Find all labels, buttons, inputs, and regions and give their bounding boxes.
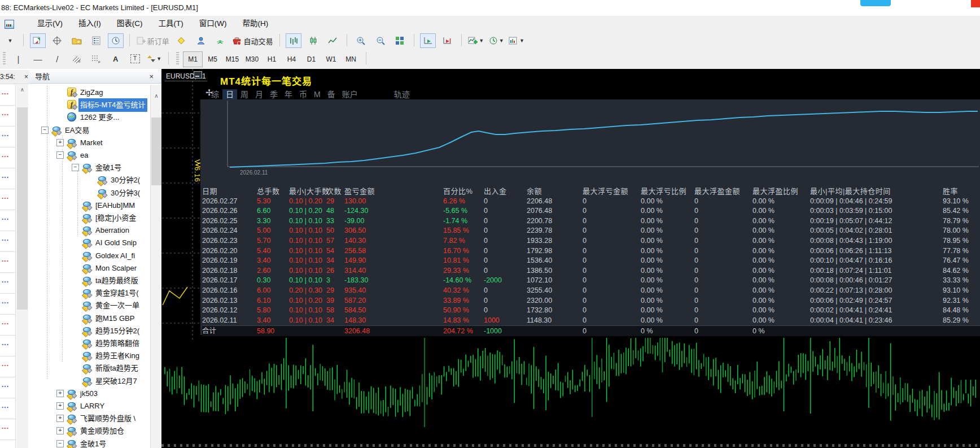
table-row[interactable]: 2026.02.193.400.10 | 0.1034149.9010.81 %… <box>202 256 980 266</box>
stats-tab-轨迹[interactable]: 轨迹 <box>391 89 413 100</box>
sidebar-item-9[interactable]: [EAHub]MM <box>29 199 150 211</box>
horizontal-line-tool[interactable]: — <box>30 51 46 66</box>
table-row[interactable]: 2026.02.170.300.10 | 0.103-183.30-14.60 … <box>202 276 980 286</box>
sidebar-item-21[interactable]: 趋势王者King <box>29 349 150 362</box>
table-row[interactable]: 2026.02.253.300.10 | 0.1033-39.00-1.74 %… <box>202 216 980 227</box>
sidebar-item-24[interactable]: +jk503 <box>29 387 150 399</box>
table-row[interactable]: 2026.02.275.300.10 | 0.2029130.006.26 %0… <box>202 197 980 207</box>
quotes-list-icon[interactable] <box>88 33 104 48</box>
sidebar-item-8[interactable]: 30分钟3( <box>29 186 150 199</box>
fibonacci-tool[interactable]: F <box>88 51 104 66</box>
indicator-diamond-icon[interactable] <box>173 33 189 48</box>
table-row[interactable]: 2026.02.166.000.20 | 0.3029935.4040.32 %… <box>202 286 980 296</box>
timeframe-D1[interactable]: D1 <box>301 51 321 67</box>
timeframe-H4[interactable]: H4 <box>282 51 301 67</box>
docked-panel-close-icon[interactable]: × <box>24 70 28 84</box>
tile-windows-icon[interactable] <box>392 33 408 48</box>
sidebar-item-10[interactable]: [稳定]小资金 <box>29 211 150 224</box>
navigator-titlebar[interactable]: 导航 × <box>29 70 161 84</box>
strategy-tester-clock-icon[interactable] <box>108 33 124 48</box>
list-item[interactable]: ... <box>2 172 15 193</box>
list-item[interactable]: ... <box>2 339 15 360</box>
expand-expander-icon[interactable]: + <box>56 402 64 410</box>
stats-tab-币[interactable]: 币 <box>296 89 310 100</box>
stats-tab-季[interactable]: 季 <box>266 89 281 100</box>
sidebar-item-5[interactable]: −ea <box>29 149 150 161</box>
crosshair-icon[interactable] <box>49 33 65 48</box>
bar-chart-mode-icon[interactable] <box>286 33 301 48</box>
sidebar-item-25[interactable]: +LARRY <box>29 399 150 412</box>
stats-tab-日[interactable]: 日 <box>222 89 237 100</box>
channel-tool[interactable]: F <box>69 51 85 66</box>
signal-icon[interactable] <box>212 33 228 48</box>
menu-item-显[interactable]: 显示(V) <box>29 16 71 32</box>
timeframe-M30[interactable]: M30 <box>242 51 262 67</box>
sidebar-item-19[interactable]: 趋势15分钟2( <box>29 324 150 337</box>
navigator-scrollbar[interactable]: ∧ <box>150 85 162 448</box>
timeframe-M15[interactable]: M15 <box>222 51 242 67</box>
autotrading-button[interactable]: 自动交易 <box>231 33 273 48</box>
chart-window-icon[interactable] <box>30 33 46 48</box>
timeframe-H1[interactable]: H1 <box>262 51 282 67</box>
toolbar-grip[interactable] <box>176 52 179 64</box>
text-label-tool[interactable]: T <box>127 51 143 66</box>
stats-tab-综[interactable]: 综 <box>208 89 222 100</box>
sidebar-item-20[interactable]: 趋势策略翻倍 <box>29 337 150 349</box>
table-row[interactable]: 2026.02.125.800.10 | 0.1058584.5050.90 %… <box>202 306 980 316</box>
list-item[interactable]: ... <box>2 402 15 423</box>
table-row[interactable]: 2026.02.266.600.10 | 0.2048-124.30-5.65 … <box>202 206 980 216</box>
line-chart-mode-icon[interactable] <box>325 33 340 48</box>
collapse-expander-icon[interactable]: − <box>72 164 79 171</box>
chart-window[interactable]: EURUSD,M1 ✢ ? 禁 V 6.16 MT4统计每一笔交易 综日周月季年… <box>161 69 980 448</box>
zoom-in-icon[interactable] <box>353 33 369 48</box>
toolbar-grip[interactable] <box>3 52 6 64</box>
periods-button[interactable]: ▼ <box>488 33 505 48</box>
menu-item-图[interactable]: 图表(C) <box>109 16 151 32</box>
docked-panel-scrollbar[interactable]: ∧ <box>16 85 28 448</box>
list-item[interactable]: ... <box>2 318 15 339</box>
sidebar-item-26[interactable]: +飞翼顺势外盘版 \ <box>29 412 150 424</box>
expand-expander-icon[interactable]: + <box>56 139 64 146</box>
menu-item-插[interactable]: 插入(I) <box>71 16 109 32</box>
close-button[interactable] <box>971 0 980 7</box>
sidebar-item-7[interactable]: 30分钟2( <box>29 173 150 186</box>
list-item[interactable]: ... <box>2 193 15 214</box>
stats-tab-M[interactable]: M <box>310 89 324 100</box>
menu-item-帮[interactable]: 帮助(H) <box>234 16 276 32</box>
list-item[interactable]: ... <box>2 214 15 234</box>
list-item[interactable]: ... <box>2 297 15 318</box>
navigator-close-icon[interactable]: × <box>149 70 154 84</box>
expand-expander-icon[interactable]: + <box>56 415 64 422</box>
sidebar-item-12[interactable]: AI Gold Snip <box>29 236 150 249</box>
candlestick-mode-icon[interactable] <box>305 33 321 48</box>
stats-tab-年[interactable]: 年 <box>281 89 296 100</box>
trendline-tool[interactable]: / <box>49 51 65 66</box>
scroll-up-icon[interactable]: ∧ <box>151 93 162 102</box>
text-tool[interactable]: A <box>108 51 124 66</box>
chart-shift-icon[interactable] <box>439 33 455 48</box>
list-item[interactable]: ... <box>2 276 15 297</box>
scrollbar-thumb[interactable] <box>17 107 28 310</box>
stats-tab-月[interactable]: 月 <box>252 89 266 100</box>
list-item[interactable]: ... <box>2 255 15 276</box>
stats-tab-备[interactable]: 备 <box>324 89 339 100</box>
taskbar-highlight[interactable] <box>860 0 891 6</box>
menu-item-工[interactable]: 工具(T) <box>151 16 191 32</box>
favorites-folder-icon[interactable] <box>69 33 85 48</box>
collapse-expander-icon[interactable]: − <box>56 440 64 447</box>
app-icon[interactable] <box>5 20 14 29</box>
list-item[interactable]: ... <box>2 130 15 151</box>
timeframe-M1[interactable]: M1 <box>183 51 203 67</box>
arrows-tool[interactable]: ▼ <box>147 51 163 66</box>
sidebar-item-17[interactable]: 黄金一次一单 <box>29 299 150 311</box>
vertical-line-tool[interactable]: | <box>10 51 26 66</box>
timeframe-W1[interactable]: W1 <box>321 51 341 67</box>
sidebar-item-28[interactable]: −金破1号 <box>29 437 150 448</box>
zoom-out-icon[interactable] <box>373 33 388 48</box>
templates-button[interactable]: ▼ <box>508 33 525 48</box>
sidebar-item-22[interactable]: 新版ta趋势无 <box>29 362 150 374</box>
table-row[interactable]: 2026.02.113.400.10 | 0.1034148.3014.83 %… <box>202 316 980 326</box>
collapse-expander-icon[interactable]: − <box>41 127 49 134</box>
list-item[interactable]: ... <box>2 381 15 402</box>
list-item[interactable]: ... <box>2 109 15 130</box>
